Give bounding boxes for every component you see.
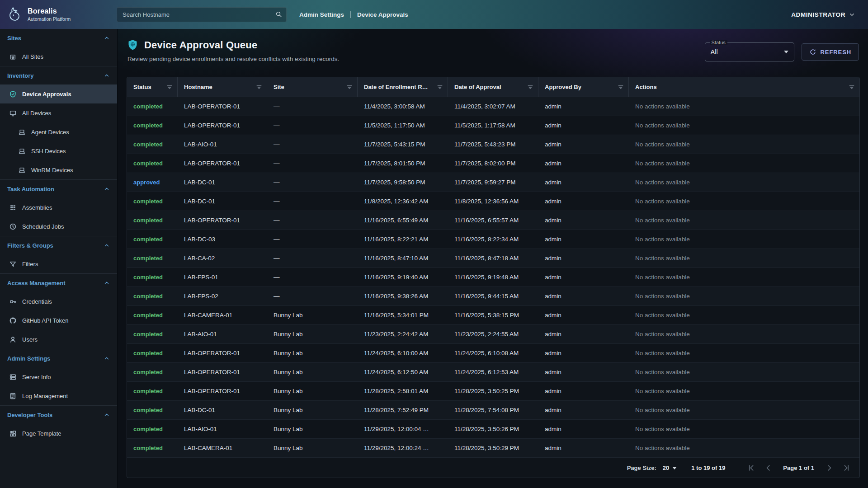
site-cell: — xyxy=(267,97,358,116)
approved-by-cell: admin xyxy=(538,116,629,135)
column-header-actions[interactable]: Actions xyxy=(629,77,859,97)
table-row[interactable]: completedLAB-AIO-01—11/7/2025, 5:43:15 P… xyxy=(127,135,859,154)
table-row[interactable]: completedLAB-DC-03—11/16/2025, 8:22:21 A… xyxy=(127,230,859,249)
table-row[interactable]: completedLAB-OPERATOR-01—11/5/2025, 1:17… xyxy=(127,116,859,135)
nav-device-approvals[interactable]: Device Approvals xyxy=(357,11,408,18)
table-row[interactable]: completedLAB-OPERATOR-01Bunny Lab11/24/2… xyxy=(127,363,859,382)
table-header-row: StatusHostnameSiteDate of Enrollment R…D… xyxy=(127,77,859,97)
column-header-status[interactable]: Status xyxy=(127,77,178,97)
site-cell: — xyxy=(267,268,358,286)
page-size-value: 20 xyxy=(663,465,669,471)
sidebar-section-header-admin-settings[interactable]: Admin Settings xyxy=(0,349,117,367)
site-cell: Bunny Lab xyxy=(267,363,358,381)
nav-admin-settings[interactable]: Admin Settings xyxy=(299,11,344,18)
chevron-down-icon xyxy=(849,11,855,18)
table-row[interactable]: completedLAB-DC-01Bunny Lab11/28/2025, 7… xyxy=(127,401,859,420)
hostname-cell: LAB-OPERATOR-01 xyxy=(178,97,267,116)
hostname-cell: LAB-DC-01 xyxy=(178,192,267,211)
sidebar-item-users[interactable]: Users xyxy=(0,330,117,349)
status-cell: completed xyxy=(127,287,178,305)
sidebar-item-all-devices[interactable]: All Devices xyxy=(0,103,117,122)
refresh-button[interactable]: REFRESH xyxy=(802,43,859,61)
actions-cell: No actions available xyxy=(629,363,859,381)
approval-cell: 11/24/2025, 6:10:08 AM xyxy=(448,344,538,362)
status-filter-select[interactable]: Status All xyxy=(705,42,794,61)
column-header-date-of-approval[interactable]: Date of Approval xyxy=(448,77,538,97)
sidebar-section-filters-groups: Filters & GroupsFilters xyxy=(0,236,117,273)
actions-cell: No actions available xyxy=(629,154,859,173)
sidebar-section-developer-tools: Developer ToolsPage Template xyxy=(0,405,117,443)
sidebar-item-github-api-token[interactable]: GitHub API Token xyxy=(0,311,117,330)
sidebar-item-all-sites[interactable]: All Sites xyxy=(0,47,117,66)
table-row[interactable]: completedLAB-AIO-01Bunny Lab11/23/2025, … xyxy=(127,325,859,344)
column-header-site[interactable]: Site xyxy=(267,77,358,97)
sidebar-item-winrm-devices[interactable]: WinRM Devices xyxy=(0,160,117,179)
next-page-button[interactable] xyxy=(822,461,836,475)
page-size-select[interactable]: 20 xyxy=(660,463,679,473)
column-header-hostname[interactable]: Hostname xyxy=(178,77,267,97)
column-header-label: Date of Approval xyxy=(454,84,524,90)
approved-by-cell: admin xyxy=(538,363,629,381)
prev-page-button[interactable] xyxy=(761,461,775,475)
hostname-cell: LAB-OPERATOR-01 xyxy=(178,363,267,381)
table-row[interactable]: completedLAB-FPS-01—11/16/2025, 9:19:40 … xyxy=(127,268,859,287)
table-row[interactable]: completedLAB-CAMERA-01Bunny Lab11/29/202… xyxy=(127,439,859,458)
laptop-icon xyxy=(18,128,26,136)
table-row[interactable]: completedLAB-OPERATOR-01Bunny Lab11/28/2… xyxy=(127,382,859,401)
laptop-icon xyxy=(18,166,26,174)
hostname-cell: LAB-FPS-02 xyxy=(178,287,267,305)
sidebar-item-agent-devices[interactable]: Agent Devices xyxy=(0,122,117,141)
sidebar-item-ssh-devices[interactable]: SSH Devices xyxy=(0,141,117,160)
sidebar-section-header-developer-tools[interactable]: Developer Tools xyxy=(0,406,117,424)
hostname-cell: LAB-DC-01 xyxy=(178,401,267,419)
table-row[interactable]: completedLAB-DC-01—11/8/2025, 12:36:42 A… xyxy=(127,192,859,211)
chevron-up-icon xyxy=(104,242,110,249)
sidebar-section-header-sites[interactable]: Sites xyxy=(0,29,117,47)
enrollment-cell: 11/4/2025, 3:00:58 AM xyxy=(358,97,448,116)
sidebar-section-header-access-management[interactable]: Access Management xyxy=(0,274,117,292)
search-input[interactable] xyxy=(117,7,287,22)
table-row[interactable]: completedLAB-OPERATOR-01—11/4/2025, 3:00… xyxy=(127,97,859,116)
sidebar-item-filters[interactable]: Filters xyxy=(0,254,117,273)
table-row[interactable]: completedLAB-FPS-02—11/16/2025, 9:38:26 … xyxy=(127,287,859,306)
sidebar-item-device-approvals[interactable]: Device Approvals xyxy=(0,84,117,103)
hostname-cell: LAB-FPS-01 xyxy=(178,268,267,286)
sidebar-item-assemblies[interactable]: Assemblies xyxy=(0,198,117,217)
approved-by-cell: admin xyxy=(538,439,629,457)
table-row[interactable]: completedLAB-OPERATOR-01Bunny Lab11/24/2… xyxy=(127,344,859,363)
approval-cell: 11/16/2025, 8:47:18 AM xyxy=(448,249,538,267)
table-row[interactable]: approvedLAB-DC-01—11/7/2025, 9:58:50 PM1… xyxy=(127,173,859,192)
actions-cell: No actions available xyxy=(629,268,859,286)
first-page-button[interactable] xyxy=(744,461,758,475)
sidebar-section-header-task-automation[interactable]: Task Automation xyxy=(0,180,117,198)
column-header-approved-by[interactable]: Approved By xyxy=(538,77,629,97)
column-header-date-of-enrollment-r[interactable]: Date of Enrollment R… xyxy=(358,77,448,97)
sidebar-section-inventory: InventoryDevice ApprovalsAll DevicesAgen… xyxy=(0,66,117,179)
section-label: Admin Settings xyxy=(7,355,104,362)
sidebar-item-page-template[interactable]: Page Template xyxy=(0,424,117,443)
approval-table-card: StatusHostnameSiteDate of Enrollment R…D… xyxy=(127,77,860,478)
approval-cell: 11/16/2025, 8:22:34 AM xyxy=(448,230,538,249)
sidebar-item-credentials[interactable]: Credentials xyxy=(0,292,117,311)
table-row[interactable]: completedLAB-CA-02—11/16/2025, 8:47:10 A… xyxy=(127,249,859,268)
sidebar-item-log-management[interactable]: Log Management xyxy=(0,386,117,405)
table-row[interactable]: completedLAB-CAMERA-01Bunny Lab11/16/202… xyxy=(127,306,859,325)
table-row[interactable]: completedLAB-OPERATOR-01—11/7/2025, 8:01… xyxy=(127,154,859,173)
template-icon xyxy=(9,430,17,437)
status-cell: completed xyxy=(127,116,178,135)
hostname-cell: LAB-OPERATOR-01 xyxy=(178,154,267,173)
sidebar-item-label: Filters xyxy=(22,261,38,267)
sidebar-item-scheduled-jobs[interactable]: Scheduled Jobs xyxy=(0,217,117,236)
site-cell: Bunny Lab xyxy=(267,344,358,362)
approval-cell: 11/28/2025, 7:54:08 PM xyxy=(448,401,538,419)
actions-cell: No actions available xyxy=(629,135,859,154)
sidebar-item-server-info[interactable]: Server Info xyxy=(0,367,117,386)
user-menu-button[interactable]: ADMINISTRATOR xyxy=(788,11,858,19)
table-row[interactable]: completedLAB-AIO-01Bunny Lab11/29/2025, … xyxy=(127,420,859,439)
last-page-button[interactable] xyxy=(840,461,853,475)
actions-cell: No actions available xyxy=(629,211,859,230)
sidebar-section-header-inventory[interactable]: Inventory xyxy=(0,66,117,84)
table-row[interactable]: completedLAB-OPERATOR-01—11/16/2025, 6:5… xyxy=(127,211,859,230)
main-content: Device Approval Queue Review pending dev… xyxy=(118,29,868,488)
sidebar-section-header-filters-groups[interactable]: Filters & Groups xyxy=(0,236,117,254)
